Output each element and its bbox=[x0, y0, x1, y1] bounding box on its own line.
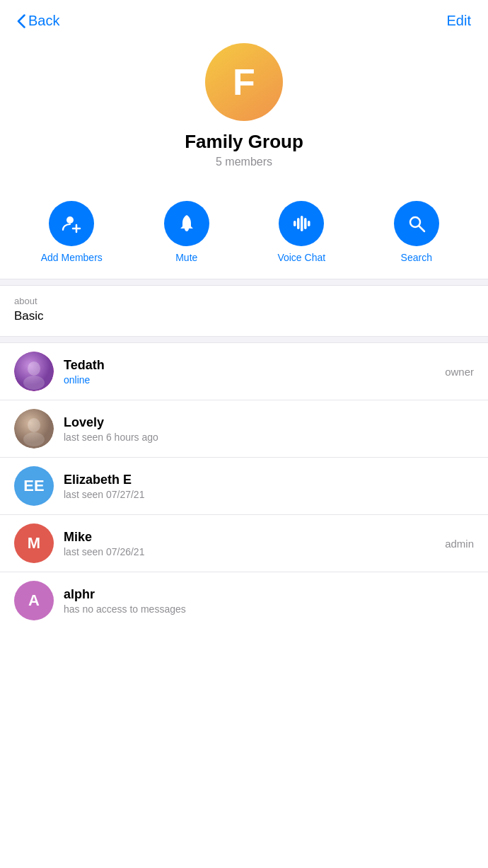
about-value: Basic bbox=[14, 309, 474, 323]
member-row[interactable]: EE Elizabeth E last seen 07/27/21 bbox=[0, 458, 488, 515]
member-info-tedath: Tedath online bbox=[64, 358, 445, 386]
member-avatar-elizabeth: EE bbox=[14, 466, 54, 506]
waveform-icon bbox=[291, 213, 312, 234]
mute-icon-circle bbox=[164, 201, 209, 246]
member-info-elizabeth: Elizabeth E last seen 07/27/21 bbox=[64, 473, 474, 500]
group-avatar-letter: F bbox=[233, 61, 255, 103]
member-status: has no access to messages bbox=[64, 603, 474, 615]
member-row[interactable]: Lovely last seen 6 hours ago bbox=[0, 400, 488, 458]
member-name: Lovely bbox=[64, 415, 474, 430]
add-person-icon bbox=[61, 213, 82, 234]
about-label: about bbox=[14, 296, 474, 306]
action-voice-chat[interactable]: Voice Chat bbox=[255, 201, 347, 263]
member-row[interactable]: M Mike last seen 07/26/21 admin bbox=[0, 515, 488, 572]
group-name: Family Group bbox=[185, 131, 303, 153]
member-avatar-tedath bbox=[14, 352, 54, 391]
actions-row: Add Members Mute Voice Chat bbox=[0, 188, 488, 279]
member-avatar-mike: M bbox=[14, 523, 54, 563]
member-name: Tedath bbox=[64, 358, 445, 373]
member-status: online bbox=[64, 374, 445, 386]
group-avatar: F bbox=[205, 43, 283, 121]
search-label: Search bbox=[401, 252, 432, 263]
svg-line-9 bbox=[419, 226, 424, 232]
action-add-members[interactable]: Add Members bbox=[25, 201, 117, 263]
members-list: Tedath online owner bbox=[0, 343, 488, 629]
svg-point-11 bbox=[28, 361, 40, 376]
svg-point-14 bbox=[28, 418, 40, 432]
member-name: Elizabeth E bbox=[64, 473, 474, 487]
svg-rect-6 bbox=[304, 218, 307, 229]
member-avatar-lovely bbox=[14, 409, 54, 449]
svg-rect-3 bbox=[294, 221, 296, 226]
mute-label: Mute bbox=[175, 252, 197, 263]
member-avatar-alphr: A bbox=[14, 581, 54, 620]
back-label: Back bbox=[28, 13, 59, 29]
member-name: alphr bbox=[64, 587, 474, 602]
action-search[interactable]: Search bbox=[371, 201, 463, 263]
member-info-alphr: alphr has no access to messages bbox=[64, 587, 474, 615]
svg-rect-4 bbox=[297, 218, 300, 229]
svg-point-0 bbox=[66, 216, 74, 224]
add-members-icon-circle bbox=[49, 201, 94, 246]
svg-point-15 bbox=[23, 432, 45, 446]
member-info-mike: Mike last seen 07/26/21 bbox=[64, 530, 445, 557]
group-members-count: 5 members bbox=[216, 156, 272, 168]
member-role: admin bbox=[445, 538, 474, 550]
action-mute[interactable]: Mute bbox=[141, 201, 233, 263]
back-button[interactable]: Back bbox=[17, 13, 59, 29]
voice-chat-icon-circle bbox=[279, 201, 324, 246]
voice-chat-label: Voice Chat bbox=[277, 252, 325, 263]
magnifier-icon bbox=[406, 213, 427, 234]
group-header: F Family Group 5 members bbox=[0, 36, 488, 188]
member-status: last seen 07/27/21 bbox=[64, 489, 474, 500]
member-name: Mike bbox=[64, 530, 445, 545]
about-section: about Basic bbox=[0, 286, 488, 336]
search-icon-circle bbox=[394, 201, 439, 246]
member-info-lovely: Lovely last seen 6 hours ago bbox=[64, 415, 474, 443]
separator-2 bbox=[0, 336, 488, 343]
member-role: owner bbox=[445, 366, 474, 378]
nav-bar: Back Edit bbox=[0, 0, 488, 36]
svg-point-12 bbox=[23, 376, 45, 390]
edit-button[interactable]: Edit bbox=[447, 13, 471, 29]
member-row[interactable]: Tedath online owner bbox=[0, 343, 488, 400]
separator-1 bbox=[0, 279, 488, 286]
member-status: last seen 6 hours ago bbox=[64, 432, 474, 443]
member-row[interactable]: A alphr has no access to messages bbox=[0, 572, 488, 629]
svg-rect-7 bbox=[308, 221, 310, 226]
add-members-label: Add Members bbox=[41, 252, 103, 263]
bell-icon bbox=[176, 213, 197, 234]
svg-rect-5 bbox=[301, 216, 303, 231]
member-status: last seen 07/26/21 bbox=[64, 546, 445, 557]
